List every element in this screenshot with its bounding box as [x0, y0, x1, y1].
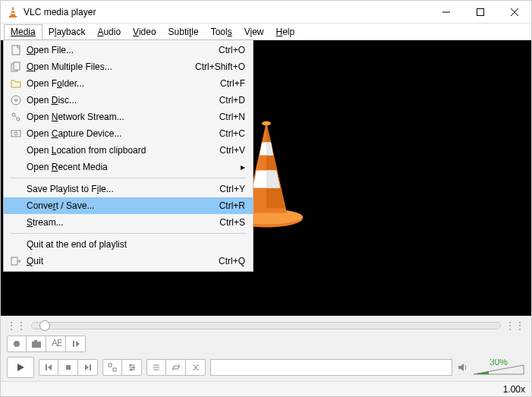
extended-settings-button[interactable]	[122, 359, 142, 376]
disc-icon	[8, 94, 24, 106]
file-icon	[8, 44, 24, 56]
menu-help[interactable]: Help	[269, 25, 301, 39]
menu-item-open-multiple[interactable]: Open Multiple Files... Ctrl+Shift+O	[4, 58, 253, 75]
seek-row: ⋮⋮ ⋮⋮	[7, 320, 525, 331]
svg-rect-34	[73, 341, 74, 347]
next-button[interactable]	[78, 359, 98, 376]
shuffle-button[interactable]	[186, 359, 206, 376]
menu-item-shortcut: Ctrl+C	[219, 128, 245, 139]
playlist-button[interactable]	[146, 359, 166, 376]
svg-line-15	[14, 115, 17, 118]
menubar: Media Playback Audio Video Subtitle Tool…	[1, 24, 531, 40]
svg-rect-1	[12, 10, 14, 11]
menu-item-label: Open Recent Media	[27, 162, 241, 172]
menu-video[interactable]: Video	[127, 25, 162, 39]
titlebar: VLC media player	[1, 1, 531, 24]
svg-text:B: B	[57, 339, 61, 348]
capture-icon	[8, 128, 24, 140]
menu-item-open-recent[interactable]: Open Recent Media ▸	[4, 159, 253, 175]
media-menu-dropdown: Open File... Ctrl+O Open Multiple Files.…	[3, 39, 253, 272]
menu-item-shortcut: Ctrl+D	[219, 95, 245, 106]
svg-marker-40	[85, 364, 89, 370]
loop-ab-button[interactable]: AB	[46, 336, 66, 352]
seek-dots-right: ⋮⋮	[505, 320, 525, 331]
menu-item-shortcut: Ctrl+Y	[219, 184, 245, 194]
menu-item-open-folder[interactable]: Open Folder... Ctrl+F	[4, 75, 253, 92]
menu-item-open-capture[interactable]: Open Capture Device... Ctrl+C	[4, 125, 253, 142]
menu-item-quit[interactable]: Quit Ctrl+Q	[4, 253, 253, 269]
stop-button[interactable]	[58, 359, 78, 376]
svg-rect-8	[12, 46, 20, 55]
svg-marker-38	[48, 364, 52, 370]
menu-item-convert-save[interactable]: Convert / Save... Ctrl+R	[4, 197, 253, 214]
close-button[interactable]	[497, 1, 531, 24]
playback-speed[interactable]: 1.00x	[503, 384, 525, 395]
svg-point-11	[11, 96, 20, 105]
svg-point-28	[262, 121, 271, 125]
menu-item-shortcut: Ctrl+F	[220, 78, 245, 89]
svg-rect-10	[14, 62, 20, 70]
fullscreen-button[interactable]	[102, 359, 122, 376]
svg-marker-35	[76, 341, 80, 347]
svg-rect-16	[11, 131, 20, 137]
menu-tools[interactable]: Tools	[205, 25, 238, 39]
menu-item-shortcut: Ctrl+Q	[219, 256, 245, 266]
menu-item-quit-end[interactable]: Quit at the end of playlist	[4, 236, 253, 253]
svg-rect-30	[32, 342, 41, 348]
speaker-icon[interactable]	[457, 362, 469, 373]
loop-button[interactable]	[166, 359, 186, 376]
menu-item-open-file[interactable]: Open File... Ctrl+O	[4, 42, 253, 58]
menu-item-shortcut: Ctrl+S	[219, 217, 245, 228]
svg-rect-41	[90, 364, 91, 370]
menu-item-shortcut: Ctrl+Shift+O	[195, 61, 245, 72]
svg-point-17	[14, 132, 17, 135]
menu-item-save-playlist[interactable]: Save Playlist to File... Ctrl+Y	[4, 181, 253, 197]
menu-item-label: Open File...	[27, 45, 203, 55]
menu-item-shortcut: Ctrl+N	[219, 112, 245, 122]
svg-rect-18	[11, 257, 17, 265]
menu-item-stream[interactable]: Stream... Ctrl+S	[4, 214, 253, 231]
menu-item-label: Convert / Save...	[27, 200, 204, 211]
svg-marker-27	[266, 170, 280, 187]
files-icon	[8, 61, 24, 73]
volume-slider[interactable]: 30%	[472, 359, 525, 376]
menu-item-open-network[interactable]: Open Network Stream... Ctrl+N	[4, 109, 253, 125]
menu-view[interactable]: View	[238, 25, 270, 39]
svg-point-48	[132, 367, 134, 369]
menu-item-open-disc[interactable]: Open Disc... Ctrl+D	[4, 92, 253, 109]
menu-separator	[10, 233, 247, 234]
svg-point-29	[14, 341, 20, 347]
menu-audio[interactable]: Audio	[91, 25, 127, 39]
menu-item-label: Save Playlist to File...	[27, 184, 204, 194]
menu-item-label: Stream...	[27, 217, 204, 228]
quit-icon	[8, 255, 24, 267]
svg-point-47	[129, 364, 131, 367]
previous-button[interactable]	[39, 359, 58, 376]
menu-item-label: Open Location from clipboard	[27, 145, 204, 156]
svg-rect-37	[46, 364, 47, 370]
menu-item-open-clipboard[interactable]: Open Location from clipboard Ctrl+V	[4, 142, 253, 159]
snapshot-button[interactable]	[27, 336, 46, 352]
menu-subtitle[interactable]: Subtitle	[162, 25, 205, 39]
frame-step-button[interactable]	[66, 336, 86, 352]
play-button[interactable]	[7, 357, 34, 378]
menu-playback[interactable]: Playback	[42, 25, 92, 39]
menu-item-label: Quit	[27, 256, 203, 266]
svg-marker-0	[11, 7, 15, 16]
seek-dots-left: ⋮⋮	[7, 320, 27, 331]
menu-media[interactable]: Media	[4, 24, 42, 39]
menu-item-shortcut: Ctrl+V	[219, 145, 245, 156]
menu-item-label: Open Multiple Files...	[27, 61, 180, 72]
maximize-button[interactable]	[463, 1, 497, 24]
vlc-logo-icon	[7, 6, 19, 18]
menu-item-label: Quit at the end of playlist	[27, 239, 245, 250]
seek-knob[interactable]	[39, 320, 50, 331]
record-button[interactable]	[7, 336, 27, 352]
svg-rect-3	[9, 16, 17, 17]
menu-item-shortcut: Ctrl+R	[219, 200, 245, 211]
svg-rect-5	[477, 8, 483, 15]
minimize-button[interactable]	[429, 1, 463, 24]
menu-item-label: Open Capture Device...	[27, 128, 204, 139]
seek-bar[interactable]	[31, 322, 501, 329]
status-bar: 1.00x	[1, 381, 531, 396]
